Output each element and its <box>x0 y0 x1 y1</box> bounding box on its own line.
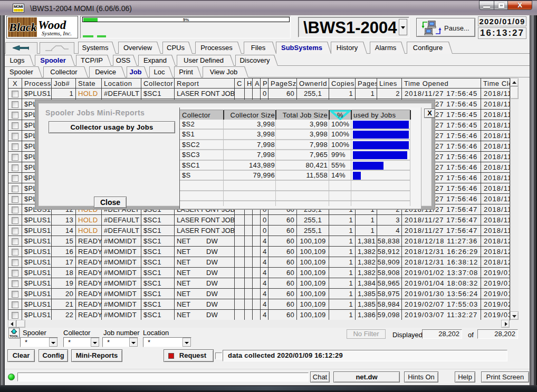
svg-text:TOOL: TOOL <box>9 334 18 338</box>
